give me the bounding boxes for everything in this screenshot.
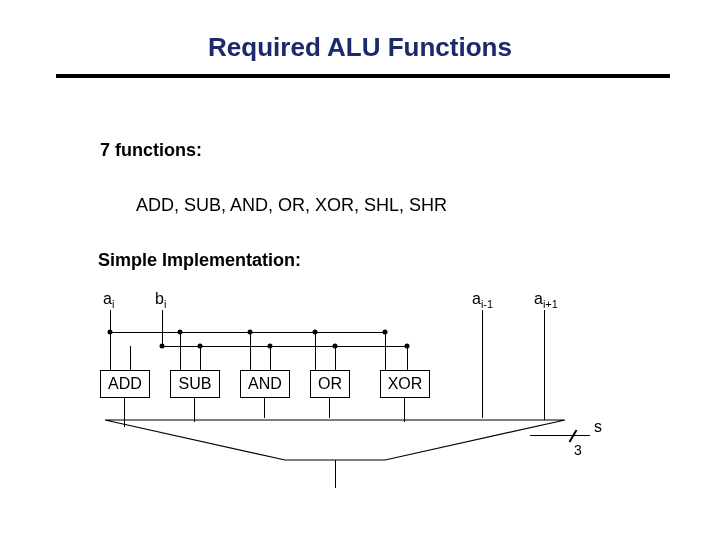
- title-rule: [56, 74, 670, 78]
- drop-b-and: [270, 346, 271, 370]
- svg-marker-0: [105, 420, 565, 460]
- page-title: Required ALU Functions: [0, 32, 720, 63]
- drop-a-and: [250, 332, 251, 370]
- mux-output: [335, 460, 336, 488]
- heading-function-count: 7 functions:: [100, 140, 202, 161]
- drop-a-sub: [180, 332, 181, 370]
- stub-ai-1: [482, 310, 483, 418]
- stub-bi: [162, 310, 163, 346]
- label-bi: bi: [155, 290, 166, 310]
- label-select-s: s: [594, 418, 602, 436]
- label-ai-minus-1: ai-1: [472, 290, 493, 310]
- functions-list: ADD, SUB, AND, OR, XOR, SHL, SHR: [136, 195, 447, 216]
- heading-simple-implementation: Simple Implementation:: [98, 250, 301, 271]
- label-ai: ai: [103, 290, 114, 310]
- opbox-and: AND: [240, 370, 290, 398]
- mux-trapezoid: [100, 415, 570, 465]
- opbox-add: ADD: [100, 370, 150, 398]
- label-ai-plus-1: ai+1: [534, 290, 558, 310]
- opbox-sub: SUB: [170, 370, 220, 398]
- opbox-or: OR: [310, 370, 350, 398]
- drop-b-xor: [407, 346, 408, 370]
- alu-diagram: ai bi ai-1 ai+1 ADD SUB AND OR XOR: [100, 290, 660, 510]
- drop-a-add: [110, 332, 111, 370]
- dot: [160, 344, 165, 349]
- label-select-width: 3: [574, 442, 582, 458]
- opbox-xor: XOR: [380, 370, 430, 398]
- drop-b-add: [130, 346, 131, 370]
- drop-a-or: [315, 332, 316, 370]
- drop-b-sub: [200, 346, 201, 370]
- drop-b-or: [335, 346, 336, 370]
- stub-ai+1: [544, 310, 545, 420]
- select-wire: [530, 435, 590, 436]
- drop-a-xor: [385, 332, 386, 370]
